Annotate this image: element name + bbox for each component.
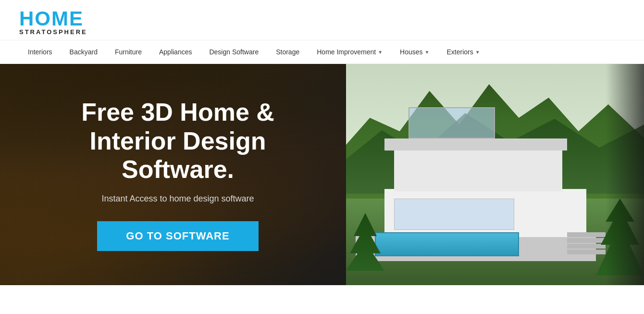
- hero-image-right-overlay: [606, 64, 644, 285]
- hero-text-area: Free 3D Home & Interior Design Software.…: [0, 98, 317, 251]
- house-upper-floor: [394, 148, 562, 191]
- logo-home: HOME: [19, 9, 87, 29]
- nav-item-design-software[interactable]: Design Software: [200, 40, 267, 63]
- pool: [375, 232, 519, 256]
- nav-item-interiors[interactable]: Interiors: [19, 40, 61, 63]
- hero-button-wrapper: GO TO SOFTWARE: [38, 221, 317, 251]
- nav-item-backyard[interactable]: Backyard: [61, 40, 106, 63]
- house-roof: [384, 138, 567, 151]
- step-2: [567, 238, 606, 243]
- house-glass-wall: [394, 199, 514, 230]
- chevron-down-icon: ▼: [425, 50, 430, 55]
- navigation: Interiors Backyard Furniture Appliances …: [0, 40, 644, 64]
- logo[interactable]: HOME STRATOSPHERE: [19, 9, 87, 35]
- header: HOME STRATOSPHERE: [0, 0, 644, 40]
- go-to-software-button[interactable]: GO TO SOFTWARE: [97, 221, 258, 251]
- house-scene: [346, 64, 644, 285]
- step-3: [567, 244, 606, 249]
- nav-item-appliances[interactable]: Appliances: [150, 40, 201, 63]
- nav-item-storage[interactable]: Storage: [267, 40, 308, 63]
- chevron-down-icon: ▼: [475, 50, 480, 55]
- nav-item-houses[interactable]: Houses ▼: [391, 40, 438, 63]
- house-upper-window: [409, 107, 495, 138]
- logo-stratosphere: STRATOSPHERE: [19, 29, 87, 35]
- hero-house-image: [346, 64, 644, 285]
- nav-item-exteriors[interactable]: Exteriors ▼: [438, 40, 488, 63]
- hero-subtitle: Instant Access to home design software: [38, 194, 317, 204]
- hero-title: Free 3D Home & Interior Design Software.: [38, 98, 317, 184]
- chevron-down-icon: ▼: [378, 50, 383, 55]
- step-1: [567, 232, 606, 237]
- nav-item-home-improvement[interactable]: Home Improvement ▼: [308, 40, 391, 63]
- house-body: [384, 131, 586, 237]
- nav-item-furniture[interactable]: Furniture: [106, 40, 150, 63]
- step-4: [567, 250, 606, 254]
- steps: [567, 232, 606, 261]
- house-lower-floor: [384, 189, 586, 237]
- hero-section: Free 3D Home & Interior Design Software.…: [0, 64, 644, 285]
